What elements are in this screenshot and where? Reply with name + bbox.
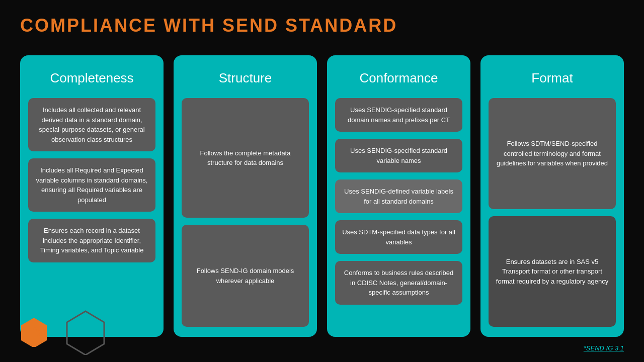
conformance-card-1: Uses SENDIG-specified standard domain na… (335, 98, 462, 132)
format-title: Format (489, 70, 616, 86)
logo-p: P (25, 323, 37, 344)
conformance-card-4: Uses SDTM-specified data types for all v… (335, 220, 462, 254)
conformance-card-5: Conforms to business rules described in … (335, 261, 462, 305)
conformance-card-3: Uses SENDIG-defined variable labels for … (335, 179, 462, 213)
structure-title: Structure (182, 70, 309, 86)
page-title: COMPLIANCE WITH SEND STANDARD (20, 15, 397, 36)
completeness-card-2: Includes all Required and Expected varia… (28, 158, 155, 212)
completeness-column: Completeness Includes all collected and … (20, 55, 164, 337)
completeness-card-1: Includes all collected and relevant deri… (28, 98, 155, 151)
conformance-title: Conformance (335, 70, 462, 86)
logo-21: 21 (37, 329, 47, 339)
logo: P21 (20, 317, 48, 347)
send-ig-link[interactable]: *SEND IG 3.1 (584, 344, 624, 352)
structure-card-1: Follows the complete metadata structure … (182, 98, 309, 218)
completeness-title: Completeness (28, 70, 155, 86)
completeness-card-3: Ensures each record in a dataset include… (28, 219, 155, 262)
conformance-column: Conformance Uses SENDIG-specified standa… (327, 55, 470, 337)
columns-container: Completeness Includes all collected and … (20, 55, 624, 337)
format-column: Format Follows SDTM/SEND-specified contr… (480, 55, 624, 337)
structure-card-2: Follows SEND-IG domain models wherever a… (182, 225, 309, 327)
structure-column: Structure Follows the complete metadata … (174, 55, 317, 337)
hex-decoration-gray (65, 310, 106, 357)
conformance-card-2: Uses SENDIG-specified standard variable … (335, 139, 462, 172)
svg-marker-1 (67, 311, 104, 355)
format-card-2: Ensures datasets are in SAS v5 Transport… (489, 216, 616, 327)
format-card-1: Follows SDTM/SEND-specified controlled t… (489, 98, 616, 209)
